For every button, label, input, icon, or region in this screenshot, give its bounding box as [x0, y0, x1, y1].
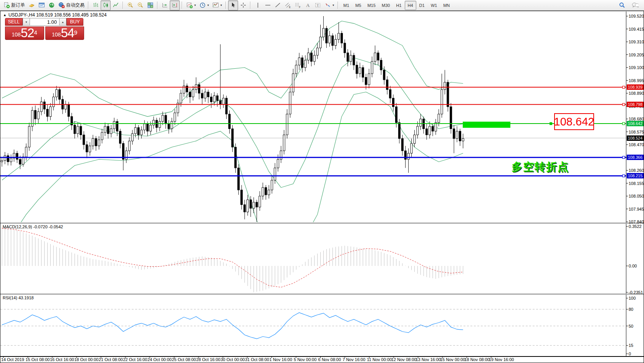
hline-node[interactable] [622, 175, 625, 177]
buy-price[interactable]: 108549 [45, 26, 84, 40]
crosshair-button[interactable] [238, 0, 248, 10]
market-watch-button[interactable] [46, 0, 56, 10]
price-flag-108.798: 108.798 [627, 102, 644, 107]
timeframe-d1-button[interactable]: D1 [416, 1, 428, 10]
linechart-icon [112, 2, 119, 8]
autotrading-button[interactable]: 自动交易 [56, 0, 86, 10]
equidistant-channel-button[interactable]: E [283, 0, 293, 10]
volume-input[interactable] [30, 18, 59, 26]
text-label-button[interactable]: T [313, 0, 323, 10]
hline-node[interactable] [622, 156, 625, 158]
buy-price-pips: 54 [61, 26, 74, 39]
gold-icon [28, 2, 35, 8]
chart-canvas[interactable] [0, 11, 644, 363]
toolbar-separator [182, 2, 182, 9]
price-flag-108.524: 108.524 [627, 135, 644, 141]
svg-text:A: A [306, 2, 310, 8]
timeframe-h1-button[interactable]: H1 [393, 1, 404, 10]
arrow-objects-button[interactable]: ▾ [323, 0, 336, 10]
price-tick-label: 109.415 [629, 26, 644, 32]
zoom-in-button[interactable] [125, 0, 135, 10]
price-tick-label: 108.260 [629, 168, 644, 173]
time-axis-label: 22 Oct 16:00 [123, 357, 147, 362]
price-tick-label: 108.470 [629, 142, 644, 147]
volume-increase-button[interactable]: ▲ [59, 18, 66, 26]
rsi-panel[interactable] [0, 309, 626, 345]
vertical-line-button[interactable] [253, 0, 263, 10]
collapse-quote-icon[interactable]: ▲ [3, 13, 7, 17]
indicators-dropdown-icon[interactable]: ▾ [194, 3, 196, 7]
time-axis-label: 25 Oct 08:00 [172, 357, 196, 362]
time-axis-label: 28 Oct 16:00 [196, 357, 220, 362]
annotation-text[interactable]: 多空转折点 [512, 160, 569, 174]
fibonacci-button[interactable]: F [293, 0, 303, 10]
toolbar-group [125, 0, 155, 10]
channel-icon: E [284, 2, 291, 8]
new-chart-button[interactable] [36, 0, 46, 10]
templates-button[interactable]: ▾ [210, 0, 223, 10]
macd-tick-label: 0.3522 [629, 224, 644, 229]
periods-button[interactable]: ▾ [197, 0, 210, 10]
zoom-out-button[interactable] [135, 0, 145, 10]
sell-button[interactable]: SELL [5, 18, 23, 26]
timeframe-m1-button[interactable]: M1 [340, 1, 352, 10]
green-line-node[interactable] [550, 122, 552, 125]
toolbar-separator [338, 2, 338, 9]
cursor-button[interactable] [228, 0, 238, 10]
tile-icon [147, 2, 154, 8]
tile-windows-button[interactable] [145, 0, 155, 10]
chart-shift-button[interactable] [170, 0, 180, 10]
search-button[interactable] [617, 0, 627, 10]
macd-panel[interactable] [2, 226, 463, 292]
buy-price-point: 9 [74, 27, 77, 38]
hline-node[interactable] [622, 122, 625, 125]
rsi-tick-label: 15 [629, 343, 644, 348]
template-icon [212, 2, 219, 8]
profiles-button[interactable] [26, 0, 36, 10]
chart-title: ▲ USDJPY-,H4 108.519 108.556 108.495 108… [3, 12, 107, 18]
mt4-terminal: { "toolbar": { "groups": [ {"items":[ {"… [0, 0, 644, 363]
indicators-button[interactable]: ▾ [184, 0, 197, 10]
timeframe-m5-button[interactable]: M5 [352, 1, 364, 10]
chart-window[interactable]: ▲ USDJPY-,H4 108.519 108.556 108.495 108… [0, 11, 644, 363]
hline-icon [264, 2, 271, 8]
line-chart-button[interactable] [111, 0, 121, 10]
candlestick-series [1, 16, 464, 222]
volume-decrease-button[interactable]: ▼ [23, 18, 30, 26]
hline-node[interactable] [622, 103, 625, 106]
text-icon: A [304, 2, 311, 8]
svg-text:F: F [299, 6, 300, 8]
timeframe-mn-button[interactable]: MN [440, 1, 453, 10]
price-callout-box[interactable]: 108.642 [554, 113, 594, 130]
sell-price[interactable]: 108524 [5, 26, 44, 40]
price-tick-label: 109.100 [629, 65, 644, 70]
timeframe-m30-button[interactable]: M30 [379, 1, 393, 10]
panel-splitter-rsi[interactable] [0, 294, 644, 295]
main-chart-panel[interactable] [0, 16, 626, 257]
auto-scroll-button[interactable] [160, 0, 170, 10]
hline-node[interactable] [622, 86, 625, 88]
horizontal-line-button[interactable] [263, 0, 273, 10]
time-axis-label: 6 Nov 08:00 [318, 357, 341, 362]
candlestick-chart-button[interactable] [101, 0, 111, 10]
buy-button[interactable]: BUY [66, 18, 83, 26]
bar-chart-button[interactable] [91, 0, 101, 10]
timeframe-h4-button[interactable]: H4 [405, 1, 416, 10]
templates-dropdown-icon[interactable]: ▾ [220, 3, 222, 7]
panel-splitter-macd[interactable] [0, 223, 644, 224]
text-button[interactable]: A [303, 0, 313, 10]
toolbar-right [617, 0, 642, 10]
arrow-objects-dropdown-icon[interactable]: ▾ [333, 3, 334, 7]
price-flag-108.642: 108.642 [627, 121, 644, 126]
trendline-button[interactable] [273, 0, 283, 10]
timeframe-w1-button[interactable]: W1 [428, 1, 440, 10]
highlight-rect[interactable] [463, 122, 510, 128]
community-chat-button[interactable] [630, 0, 640, 10]
timeframe-m15-button[interactable]: M15 [364, 1, 379, 10]
toolbar-separator [225, 2, 226, 9]
new-order-button[interactable]: 新订单 [2, 0, 26, 10]
doc-plus-icon [3, 2, 10, 8]
svg-text:T: T [316, 3, 319, 7]
periods-dropdown-icon[interactable]: ▾ [207, 3, 209, 7]
chart-window-icon [38, 2, 45, 8]
